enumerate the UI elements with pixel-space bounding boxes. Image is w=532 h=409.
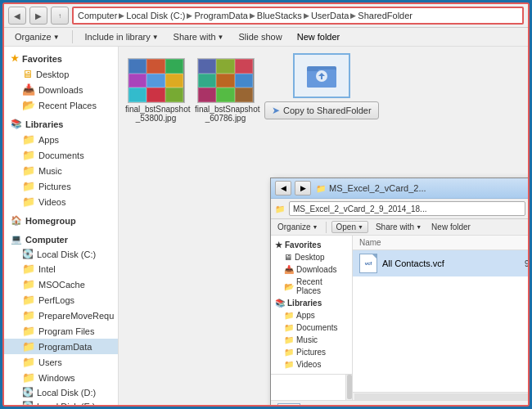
inner-share-button[interactable]: Share with ▼ [373,222,424,232]
sidebar-item-documents[interactable]: 📁 Documents [4,147,118,163]
back-button[interactable]: ◀ [8,7,26,25]
new-folder-button[interactable]: New folder [293,30,345,43]
inner-forward-button[interactable]: ▶ [295,181,311,196]
favorites-label: Favorites [22,54,62,64]
computer-header[interactable]: 💻 Computer [4,231,118,247]
inner-folder-icon: 📁 [316,184,326,193]
sidebar-item-downloads[interactable]: 📥 Downloads [4,82,118,97]
scrollbar-thumb[interactable] [347,375,352,399]
inner-address-path[interactable]: MS_Excel_2_vCard_2_9_2014_18... [289,201,525,216]
path-part-localdisk: Local Disk (C:) [126,11,185,20]
share-with-button[interactable]: Share with ▼ [169,30,228,43]
sidebar-item-local-e[interactable]: 💽 Local Disk (E:) [4,399,118,405]
inner-favorites-header[interactable]: ★ Favorites [271,239,352,251]
inner-toolbar: Organize ▼ Open ▼ Share with ▼ New folde… [271,219,528,236]
inner-sidebar-recent[interactable]: 📂 Recent Places [271,276,352,297]
desktop-label: Desktop [36,70,69,79]
content-inner: final_bstSnapshot_53800.jpg [119,47,528,136]
inner-sidebar-videos[interactable]: 📁 Videos [271,358,352,371]
sidebar-item-desktop[interactable]: 🖥 Desktop [4,66,118,82]
perflogs-icon: 📁 [22,294,35,306]
inner-main: ★ Favorites 🖥 Desktop 📥 Downloads 📂 [271,236,528,400]
inner-organize-label: Organize [277,222,311,231]
sidebar-item-msocache[interactable]: 📁 MSOCache [4,276,118,292]
inner-downloads-label: Downloads [296,265,336,274]
shared-folder-svg [305,60,338,92]
up-button[interactable]: ↑ [51,7,69,25]
sidebar-item-videos[interactable]: 📁 Videos [4,194,118,209]
favorites-header[interactable]: ★ Favorites [4,51,118,66]
libraries-header[interactable]: 📚 Libraries [4,116,118,132]
inner-share-arrow: ▼ [416,224,422,230]
sidebar-item-local-c[interactable]: 💽 Local Disk (C:) [4,247,118,261]
programdata-icon: 📁 [22,340,35,353]
inner-sidebar-music[interactable]: 📁 Music [271,334,352,346]
inner-sidebar: ★ Favorites 🖥 Desktop 📥 Downloads 📂 [271,236,353,400]
local-c-label: Local Disk (C:) [37,249,96,259]
include-library-button[interactable]: Include in library ▼ [81,30,163,43]
copy-btn-label: Copy to SharedFolder [283,106,372,115]
inner-new-folder-button[interactable]: New folder [429,222,473,232]
inner-libraries-header[interactable]: 📚 Libraries [271,297,352,309]
sidebar-item-programdata[interactable]: 📁 ProgramData [4,339,118,354]
col-name-header[interactable]: Name [359,238,528,247]
sidebar-item-apps[interactable]: 📁 Apps [4,132,118,147]
sidebar-item-local-d[interactable]: 💽 Local Disk (D:) [4,385,118,399]
organize-button[interactable]: Organize ▼ [11,30,64,43]
file-list-area: vcf All Contacts.vcf 9/2/2014 6:01 PM [353,250,528,392]
inner-sidebar-downloads[interactable]: 📥 Downloads [271,263,352,276]
inner-organize-button[interactable]: Organize ▼ [275,222,321,232]
include-library-label: Include in library [85,32,151,42]
thumbnail-2[interactable]: final_bstSnapshot_60786.jpg [195,58,256,123]
thumbnail-row: final_bstSnapshot_53800.jpg [125,53,521,129]
perflogs-label: PerfLogs [38,295,74,305]
libraries-section: 📚 Libraries 📁 Apps 📁 Documents 📁 Music 📁 [4,116,118,209]
sidebar-item-windows[interactable]: 📁 Windows [4,370,118,385]
downloads-folder-icon: 📥 [22,83,35,96]
users-icon: 📁 [22,356,35,368]
address-path[interactable]: Computer ▶ Local Disk (C:) ▶ ProgramData… [72,7,524,25]
status-vcf-icon: vcf [277,403,300,405]
sidebar-item-music[interactable]: 📁 Music [4,163,118,178]
sidebar-item-pictures[interactable]: 📁 Pictures [4,178,118,194]
inner-back-button[interactable]: ◀ [275,181,291,196]
sidebar-item-perflogs[interactable]: 📁 PerfLogs [4,292,118,308]
inner-window-title: MS_Excel_2_vCard_2... [329,183,426,193]
copy-btn-container: ➤ Copy to SharedFolder [264,101,379,123]
programfiles-icon: 📁 [22,325,35,337]
apps-label: Apps [38,135,59,145]
inner-hscrollbar[interactable] [353,392,528,400]
slideshow-button[interactable]: Slide show [234,30,286,43]
sidebar-item-users[interactable]: 📁 Users [4,354,118,370]
pictures-folder-icon: 📁 [22,180,35,192]
inner-sidebar-documents[interactable]: 📁 Documents [271,321,352,334]
inner-sidebar-scrollbar[interactable] [345,375,352,400]
hscroll-track [354,393,528,400]
inner-favorites-label: Favorites [285,240,321,249]
thumbnail-3[interactable]: ➤ Copy to SharedFolder [264,53,379,123]
videos-folder-icon: 📁 [22,196,35,208]
thumbnail-1[interactable]: final_bstSnapshot_53800.jpg [125,58,187,123]
forward-button[interactable]: ▶ [29,7,47,25]
inner-organize-arrow: ▼ [313,224,318,230]
sidebar-item-programfiles[interactable]: 📁 Program Files [4,323,118,339]
local-d-label: Local Disk (D:) [37,388,96,398]
homegroup-header[interactable]: 🏠 Homegroup [4,213,118,228]
path-sep-4: ▶ [304,11,309,20]
inner-pictures-label: Pictures [296,348,326,357]
inner-open-button[interactable]: Open ▼ [331,221,368,233]
homegroup-section: 🏠 Homegroup [4,213,118,228]
inner-open-label: Open [336,222,356,231]
inner-sidebar-pictures[interactable]: 📁 Pictures [271,346,352,358]
inner-sidebar-desktop[interactable]: 🖥 Desktop [271,251,352,263]
inner-sidebar-apps[interactable]: 📁 Apps [271,309,352,321]
favorites-icon: ★ [11,53,19,64]
main-content: ★ Favorites 🖥 Desktop 📥 Downloads 📂 Rece… [4,47,528,405]
inner-statusbar: vcf All Contacts.vcf Date modified: 9/2/… [271,400,528,405]
sidebar-item-recent-places[interactable]: 📂 Recent Places [4,97,118,113]
file-row-contacts[interactable]: vcf All Contacts.vcf 9/2/2014 6:01 PM [353,250,528,276]
sidebar-item-prepare[interactable]: 📁 PrepareMoveRequ [4,308,118,323]
inner-titlebar: ◀ ▶ 📁 MS_Excel_2_vCard_2... _ □ ✕ [271,178,528,199]
sidebar-item-intel[interactable]: 📁 Intel [4,261,118,276]
copy-to-sharedfolder-button[interactable]: ➤ Copy to SharedFolder [264,101,379,119]
